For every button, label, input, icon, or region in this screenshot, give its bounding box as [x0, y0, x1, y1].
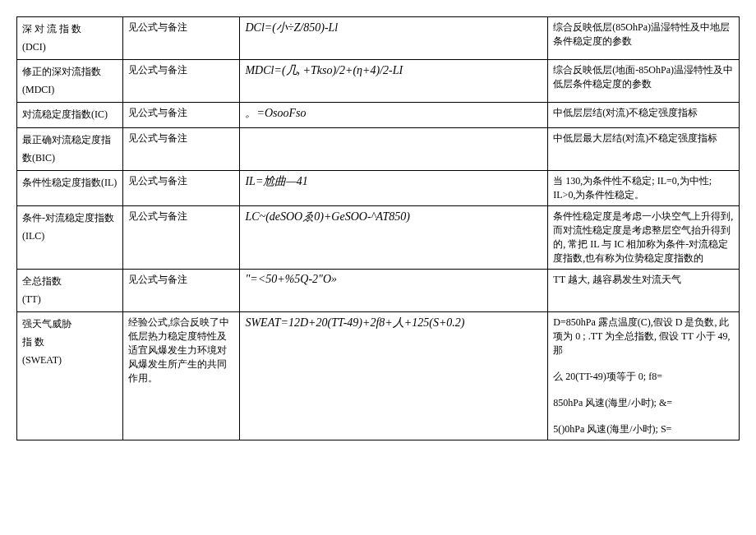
- table-row: 条件性稳定度指数(IL) 见公式与备注 IL=尬曲—41 当 130,为条件性不…: [17, 171, 740, 206]
- index-note: 中低层层结(对流)不稳定强度指标: [548, 103, 740, 128]
- index-desc: 见公式与备注: [123, 17, 240, 60]
- index-name: 最正确对流稳定度指数(BIC): [17, 127, 123, 170]
- index-name: 对流稳定度指数(IC): [17, 103, 123, 128]
- index-name: 条件-对流稳定度指数(ILC): [17, 206, 123, 270]
- index-desc: 见公式与备注: [123, 103, 240, 128]
- index-note: D=850hPa 露点温度(C),假设 D 是负数, 此项为 0 ; .TT 为…: [548, 312, 740, 440]
- table-row: 深 对 流 指 数(DCI) 见公式与备注 DCl=(小÷Z/850)-Ll 综…: [17, 17, 740, 60]
- table-row: 强天气威胁指 数(SWEAT) 经验公式,综合反映了中低层热力稳定度特性及适宜风…: [17, 312, 740, 440]
- index-note: 综合反映低层(地面-85OhPa)温湿特性及中低层条件稳定度的参数: [548, 60, 740, 103]
- index-desc: 见公式与备注: [123, 171, 240, 206]
- index-note: 综合反映低层(85OhPa)温湿特性及中地层条件稳定度的参数: [548, 17, 740, 60]
- index-desc: 见公式与备注: [123, 127, 240, 170]
- index-desc: 见公式与备注: [123, 206, 240, 270]
- index-formula: [240, 127, 548, 170]
- table-row: 条件-对流稳定度指数(ILC) 见公式与备注 LC~(deSOOゑ0)+GeSO…: [17, 206, 740, 270]
- table-row: 对流稳定度指数(IC) 见公式与备注 。=OsooFso 中低层层结(对流)不稳…: [17, 103, 740, 128]
- index-formula: DCl=(小÷Z/850)-Ll: [240, 17, 548, 60]
- index-formula: MDCl=(几, +Tkso)/2+(η+4)/2-LI: [240, 60, 548, 103]
- index-name: 强天气威胁指 数(SWEAT): [17, 312, 123, 440]
- index-formula: "=<50+%5Q-2"O»: [240, 270, 548, 312]
- index-name: 条件性稳定度指数(IL): [17, 171, 123, 206]
- index-note: 条件性稳定度是考虑一小块空气上升得到, 而对流性稳定度是考虑整层空气抬升得到的,…: [548, 206, 740, 270]
- table-row: 修正的深对流指数(MDCI) 见公式与备注 MDCl=(几, +Tkso)/2+…: [17, 60, 740, 103]
- index-formula: 。=OsooFso: [240, 103, 548, 128]
- index-desc: 见公式与备注: [123, 60, 240, 103]
- index-name: 全总指数(TT): [17, 270, 123, 312]
- index-formula: IL=尬曲—41: [240, 171, 548, 206]
- index-formula: SWEAT=12D+20(TT-49)+2f8+人+125(S+0.2): [240, 312, 548, 440]
- table-row: 最正确对流稳定度指数(BIC) 见公式与备注 中低层最大层结(对流)不稳定强度指…: [17, 127, 740, 170]
- index-formula: LC~(deSOOゑ0)+GeSOO-^AT850): [240, 206, 548, 270]
- index-note: TT 越大, 越容易发生对流天气: [548, 270, 740, 312]
- index-note: 中低层最大层结(对流)不稳定强度指标: [548, 127, 740, 170]
- index-desc: 见公式与备注: [123, 270, 240, 312]
- index-table: 深 对 流 指 数(DCI) 见公式与备注 DCl=(小÷Z/850)-Ll 综…: [16, 16, 740, 440]
- index-name: 深 对 流 指 数(DCI): [17, 17, 123, 60]
- index-desc: 经验公式,综合反映了中低层热力稳定度特性及适宜风爆发生力环境对风爆发生所产生的共…: [123, 312, 240, 440]
- table-row: 全总指数(TT) 见公式与备注 "=<50+%5Q-2"O» TT 越大, 越容…: [17, 270, 740, 312]
- index-name: 修正的深对流指数(MDCI): [17, 60, 123, 103]
- index-note: 当 130,为条件性不稳定; IL=0,为中性; IL>0,为条件性稳定。: [548, 171, 740, 206]
